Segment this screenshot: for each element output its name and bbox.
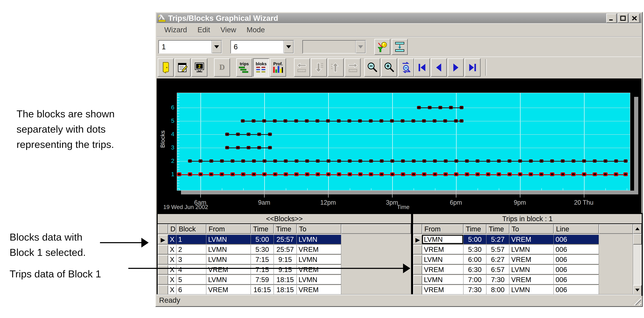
- trip-dot[interactable]: [316, 172, 320, 176]
- count-select-combo[interactable]: 6: [230, 40, 294, 54]
- blocks-cell[interactable]: VREM: [297, 285, 341, 295]
- blocks-cell[interactable]: VREM: [206, 265, 251, 275]
- trip-dot[interactable]: [593, 159, 597, 163]
- row-selector[interactable]: [413, 255, 422, 265]
- trip-dot[interactable]: [209, 159, 213, 163]
- trip-dot[interactable]: [475, 172, 480, 176]
- titlebar[interactable]: Trips/Blocks Graphical Wizard: [157, 13, 642, 23]
- minimize-button[interactable]: [606, 13, 617, 23]
- blocks-cell[interactable]: VREM: [206, 285, 251, 295]
- blocks-cell[interactable]: VREM: [297, 245, 341, 254]
- trip-dot[interactable]: [358, 172, 363, 176]
- blocks-row-3[interactable]: X3LVMN7:159:15LVMN: [158, 255, 411, 265]
- trip-dot[interactable]: [390, 119, 394, 123]
- trip-dot[interactable]: [582, 159, 586, 163]
- trip-dot[interactable]: [246, 146, 250, 149]
- trip-dot[interactable]: [252, 159, 256, 163]
- trip-dot[interactable]: [305, 172, 310, 176]
- trip-dot[interactable]: [273, 159, 277, 163]
- trips-cell[interactable]: VREM: [510, 235, 554, 244]
- column-header-time-4[interactable]: Time: [274, 224, 297, 234]
- trip-dot[interactable]: [454, 159, 458, 163]
- trip-dot[interactable]: [358, 119, 362, 123]
- trip-dot[interactable]: [422, 119, 426, 123]
- blocks-cell[interactable]: LVMN: [297, 275, 341, 285]
- trips-cell[interactable]: LVMN: [510, 285, 554, 295]
- trip-dot[interactable]: [400, 119, 404, 123]
- nav-first-button[interactable]: [414, 58, 430, 77]
- chevron-down-icon[interactable]: [212, 41, 222, 53]
- trip-dot[interactable]: [294, 159, 298, 163]
- chart-plot-area[interactable]: [177, 93, 630, 191]
- row-selector[interactable]: [158, 245, 168, 254]
- zoom-reset-button[interactable]: [398, 58, 414, 77]
- trip-dot[interactable]: [540, 159, 544, 163]
- blocks-cell[interactable]: 1: [176, 235, 206, 244]
- blocks-cell[interactable]: 18:15: [274, 275, 297, 285]
- trip-dot[interactable]: [337, 119, 341, 123]
- fit-rows-button[interactable]: [392, 39, 408, 55]
- blocks-cell[interactable]: 9:15: [274, 265, 297, 275]
- trip-dot[interactable]: [390, 159, 394, 163]
- trip-dot[interactable]: [236, 133, 240, 136]
- trips-cell[interactable]: 8:00: [486, 285, 510, 295]
- nav-next-button[interactable]: [448, 58, 464, 77]
- trip-dot[interactable]: [380, 159, 384, 163]
- trips-cell[interactable]: 7:00: [464, 275, 486, 285]
- blocks-cell[interactable]: 7:59: [251, 275, 274, 285]
- blocks-cell[interactable]: 18:15: [274, 285, 297, 295]
- trip-dot[interactable]: [348, 172, 352, 176]
- trip-dot[interactable]: [518, 172, 522, 176]
- trip-dot[interactable]: [380, 119, 383, 123]
- chevron-down-icon[interactable]: [284, 41, 294, 53]
- trips-cell[interactable]: LVMN: [422, 275, 464, 285]
- trip-dot[interactable]: [428, 106, 432, 109]
- trips-view-button[interactable]: trips: [236, 58, 252, 77]
- column-header-from-0[interactable]: From: [422, 224, 464, 234]
- trip-dot[interactable]: [294, 172, 299, 176]
- trip-dot[interactable]: [624, 159, 628, 163]
- trip-dot[interactable]: [496, 172, 501, 176]
- blocks-cell[interactable]: LVMN: [206, 255, 251, 265]
- trip-dot[interactable]: [241, 172, 246, 176]
- trip-dot[interactable]: [246, 133, 250, 136]
- trip-dot[interactable]: [188, 159, 192, 163]
- trip-dot[interactable]: [432, 119, 436, 123]
- zoom-in-button[interactable]: [381, 58, 397, 77]
- trips-cell[interactable]: 006: [554, 235, 599, 244]
- trip-dot[interactable]: [225, 146, 229, 149]
- trip-dot[interactable]: [401, 159, 405, 163]
- trip-dot[interactable]: [262, 159, 266, 163]
- trip-dot[interactable]: [369, 172, 373, 176]
- trip-dot[interactable]: [454, 119, 458, 123]
- resize-grip[interactable]: [631, 296, 641, 305]
- trip-dot[interactable]: [443, 172, 448, 176]
- trip-dot[interactable]: [198, 159, 202, 163]
- trips-cell[interactable]: 7:30: [464, 285, 486, 295]
- trip-dot[interactable]: [411, 119, 415, 123]
- trips-cell[interactable]: 6:57: [486, 265, 510, 275]
- trips-row-5[interactable]: LVMN7:007:30VREM006: [413, 275, 642, 285]
- trip-dot[interactable]: [443, 119, 447, 123]
- blocks-cell[interactable]: 16:15: [251, 285, 274, 295]
- column-header-time-2[interactable]: Time: [486, 224, 510, 234]
- close-button[interactable]: [629, 13, 640, 23]
- trip-dot[interactable]: [433, 172, 437, 176]
- trip-dot[interactable]: [550, 172, 554, 176]
- trip-dot[interactable]: [241, 159, 245, 163]
- trip-dot[interactable]: [241, 119, 245, 123]
- trip-dot[interactable]: [369, 119, 373, 123]
- blocks-cell[interactable]: X: [168, 265, 176, 275]
- trip-dot[interactable]: [369, 159, 373, 163]
- blocks-cell[interactable]: X: [168, 255, 176, 265]
- row-selector[interactable]: ▶: [413, 235, 422, 244]
- trip-dot[interactable]: [465, 172, 469, 176]
- blocks-row-5[interactable]: X5LVMN7:5918:15LVMN: [158, 275, 411, 285]
- trip-dot[interactable]: [337, 172, 341, 176]
- trip-dot[interactable]: [508, 159, 512, 163]
- trip-dot[interactable]: [252, 119, 256, 123]
- trip-dot[interactable]: [572, 159, 576, 163]
- trips-cell[interactable]: LVMN: [422, 235, 464, 244]
- trip-dot[interactable]: [486, 172, 490, 176]
- trip-dot[interactable]: [337, 159, 341, 163]
